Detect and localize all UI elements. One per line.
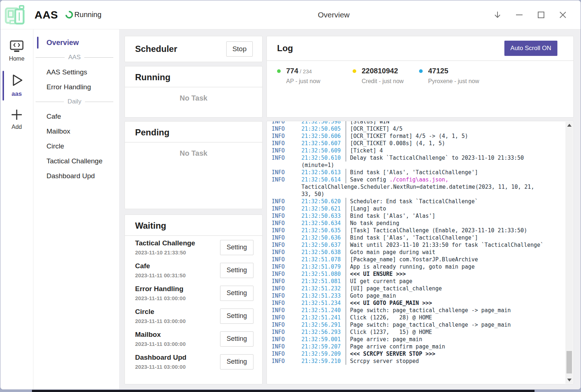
waiting-task-info: Cafe 2023-11-11 00:31:50 [135, 262, 186, 279]
waiting-task-row: Mailbox 2023-11-11 03:00:00 Setting [125, 327, 262, 350]
log-line: INFO 21:32:50.634 No task pending [272, 220, 564, 227]
log-lines: INFO 21:32:50.598 [Status] WIN INFO 21:3… [272, 121, 564, 365]
log-level: INFO [272, 328, 301, 336]
rail-item-add[interactable]: Add [0, 106, 33, 134]
log-line: INFO 21:32:50.638 Goto main page during … [272, 249, 564, 256]
scrollbar-thumb[interactable] [566, 351, 572, 373]
app-name: AAS [34, 9, 58, 21]
nav-item-label: Error Handling [46, 83, 91, 91]
auto-scroll-button[interactable]: Auto Scroll ON [504, 41, 557, 56]
setting-button-circle[interactable]: Setting [220, 309, 253, 324]
log-level: INFO [272, 285, 301, 292]
log-level: INFO [272, 263, 301, 270]
log-line: INFO 21:32:50.605 [OCR_TICKET] 4/5 [272, 125, 564, 132]
waiting-task-time: 2023-11-11 03:00:00 [135, 295, 186, 302]
log-timestamp: 21:32:51.241 [301, 314, 346, 321]
log-line: INFO 21:32:51.241 Click (1226, 28) @ HOM… [272, 314, 564, 321]
scroll-down-icon[interactable] [567, 379, 572, 381]
resource-stat: 774 / 234 AP - just now [277, 67, 353, 85]
maximize-button[interactable] [536, 10, 546, 20]
log-line: INFO 21:32:50.636 Bind task ['Alas', 'Ta… [272, 234, 564, 241]
log-message: No task pending [346, 220, 399, 227]
log-line: INFO 21:32:56.291 Page switch: page_tact… [272, 321, 564, 328]
log-level: INFO [272, 307, 301, 314]
log-header: Log Auto Scroll ON [267, 36, 573, 61]
rail-label: Home [9, 56, 25, 62]
minimize-button[interactable] [515, 10, 524, 20]
log-line: INFO 21:32:51.240 Page switch: page_tact… [272, 307, 564, 314]
scheduler-column: Scheduler Stop Running No Task Pending N… [125, 36, 263, 384]
scheduler-status-label: Running [74, 11, 102, 19]
nav-item-circle[interactable]: Circle [33, 139, 119, 154]
log-message: Bind task ['Alas', 'TacticalChallenge'] [346, 169, 478, 176]
running-empty-text: No Task [125, 94, 262, 102]
log-line: INFO 21:32:50.613 Bind task ['Alas', 'Ta… [272, 169, 564, 176]
left-rail: Home aas Add [0, 29, 33, 389]
setting-button-cafe[interactable]: Setting [220, 263, 253, 278]
log-level: INFO [272, 350, 301, 358]
log-line: INFO 21:32:59.210 Scrcpy server stopped [272, 358, 564, 365]
log-level: INFO [272, 220, 301, 227]
scheduler-card: Scheduler Stop [125, 36, 263, 62]
waiting-task-info: Dashboard Upd 2023-11-11 03:00:00 [135, 353, 186, 370]
log-timestamp: 21:32:50.636 [301, 234, 346, 241]
stat-text: 47125 Pyroxene - just now [428, 67, 479, 85]
log-message: Goto main page during wait [346, 249, 435, 256]
log-level: INFO [272, 314, 301, 321]
pending-title: Pending [135, 127, 253, 138]
log-level: INFO [272, 154, 301, 162]
log-timestamp: 21:32:50.620 [301, 198, 346, 205]
setting-button-tactical-challenge[interactable]: Setting [220, 240, 253, 255]
setting-button-dashboard-upd[interactable]: Setting [220, 354, 253, 369]
log-timestamp: 21:32:51.240 [301, 307, 346, 314]
stat-label: AP - just now [286, 78, 320, 85]
log-timestamp: 21:32:59.207 [301, 343, 346, 350]
rail-item-aas[interactable]: aas [0, 70, 33, 101]
nav-item-tactical-challenge[interactable]: Tactical Challenge [33, 154, 119, 168]
log-line-continuation: 33, 50) [301, 191, 564, 198]
rail-item-home[interactable]: Home [0, 37, 33, 66]
log-message: Delay task `TacticalChallenge` to 2023-1… [346, 154, 524, 162]
plus-icon [10, 108, 24, 122]
nav-item-dashboard-upd[interactable]: Dashboard Upd [33, 168, 119, 183]
nav-section-label: AAS [68, 54, 81, 61]
setting-button-mailbox[interactable]: Setting [220, 331, 253, 347]
log-scrollbar[interactable] [565, 122, 573, 384]
waiting-task-info: Circle 2023-11-11 03:00:00 [135, 307, 186, 324]
log-timestamp: 21:32:51.232 [301, 285, 346, 292]
setting-button-error-handling[interactable]: Setting [220, 286, 253, 301]
nav-item-cafe[interactable]: Cafe [33, 109, 119, 124]
close-button[interactable] [558, 10, 568, 20]
nav-item-error-handling[interactable]: Error Handling [33, 79, 119, 94]
log-timestamp: 21:32:51.079 [301, 263, 346, 270]
download-update-button[interactable] [493, 10, 502, 20]
maximize-icon [537, 11, 545, 19]
log-line: INFO 21:32:50.635 [Task] TacticalChallen… [272, 227, 564, 234]
log-message: Click (1226, 28) @ HOME [346, 314, 432, 321]
nav-item-overview[interactable]: Overview [33, 35, 119, 50]
waiting-task-time: 2023-11-11 00:31:50 [135, 272, 186, 279]
stat-value: 774 / 234 [286, 67, 320, 75]
log-timestamp: 21:32:51.080 [301, 270, 346, 278]
log-message: Save config ./config\aas.json, [346, 176, 448, 183]
stat-value: 220810942 [362, 67, 404, 75]
log-timestamp: 21:32:50.598 [301, 121, 346, 125]
window-body: Home aas Add Overview AAS [0, 29, 581, 389]
log-level: INFO [272, 140, 301, 147]
log-message: Wait until 2023-11-10 21:33:50 for task … [346, 241, 544, 249]
log-timestamp: 21:32:51.081 [301, 278, 346, 285]
page-title: Overview [318, 11, 350, 19]
log-timestamp: 21:32:50.633 [301, 212, 346, 220]
log-timestamp: 21:32:50.610 [301, 154, 346, 162]
log-panel[interactable]: INFO 21:32:50.598 [Status] WIN INFO 21:3… [267, 121, 574, 384]
nav-item-aas-settings[interactable]: AAS Settings [33, 65, 119, 79]
log-message: Click (1237, 15) @ HOME [346, 328, 432, 336]
scroll-up-icon[interactable] [567, 124, 572, 127]
log-line: INFO 21:32:50.614 Save config ./config\a… [272, 176, 564, 183]
nav-item-mailbox[interactable]: Mailbox [33, 124, 119, 139]
log-level: INFO [272, 321, 301, 328]
log-column: Log Auto Scroll ON 774 / 234 AP - just n… [267, 36, 574, 384]
log-message: UI get current page [346, 278, 413, 285]
log-timestamp: 21:32:59.001 [301, 336, 346, 343]
stop-button[interactable]: Stop [226, 41, 253, 57]
